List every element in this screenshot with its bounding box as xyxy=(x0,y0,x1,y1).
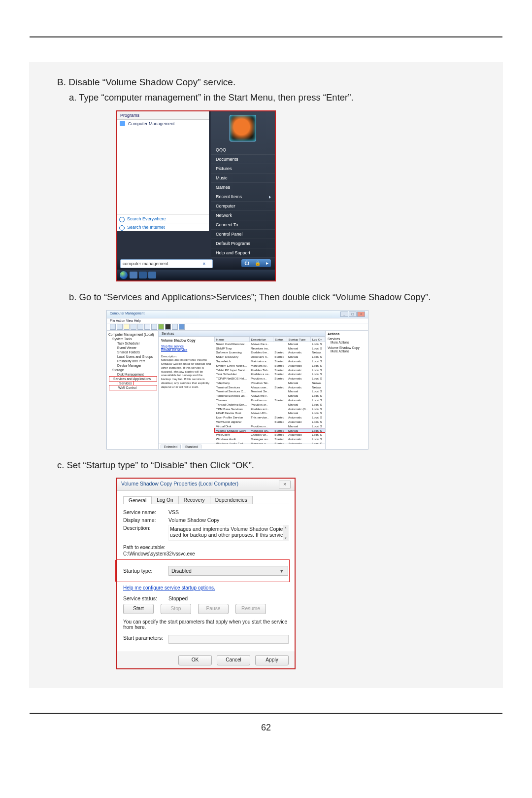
taskbar-icon[interactable] xyxy=(139,272,147,278)
toolbar-stop-icon[interactable] xyxy=(165,324,171,330)
stop-button[interactable]: Stop xyxy=(161,604,191,614)
taskbar-icon[interactable] xyxy=(148,272,156,278)
dialog-tabs[interactable]: General Log On Recovery Dependencies xyxy=(123,496,289,504)
restart-service-link[interactable]: Restart the service xyxy=(161,348,211,351)
scroll-down-icon[interactable]: ▾ xyxy=(285,536,287,540)
service-row[interactable]: Task SchedulerEnables a us..StartedAutom… xyxy=(215,372,325,376)
toolbar-play-icon[interactable] xyxy=(158,324,164,330)
service-row[interactable]: Tablet PC Input ServiceEnables Tab..Star… xyxy=(215,368,325,372)
search-internet[interactable]: Search the Internet xyxy=(117,223,209,231)
start-menu-item[interactable]: Computer xyxy=(211,202,275,211)
tab-extended[interactable]: Extended xyxy=(161,445,181,449)
tree-root[interactable]: Computer Management (Local) xyxy=(108,332,157,337)
service-row[interactable]: System Event Notificati..Monitors sy..St… xyxy=(215,363,325,368)
service-row[interactable]: WebClientEnables Wi..StartedAutomaticLoc… xyxy=(215,432,325,437)
toolbar-icon[interactable] xyxy=(124,324,130,330)
maximize-button[interactable]: ▢ xyxy=(349,312,357,317)
toolbar-icon[interactable] xyxy=(117,324,123,330)
start-menu-item[interactable]: Recent Items xyxy=(211,192,275,202)
description-field[interactable]: Manages and implements Volume Shadow Cop… xyxy=(168,525,289,541)
start-menu-item[interactable]: Help and Support xyxy=(211,248,275,258)
service-row[interactable]: Terminal Services Confi..Terminal Se..Ma… xyxy=(215,389,325,394)
service-row[interactable]: SNMP TrapReceives tra..ManualLocal S xyxy=(215,346,325,350)
start-menu-item[interactable]: Control Panel xyxy=(211,230,275,239)
column-header[interactable]: Status xyxy=(273,337,287,342)
minimize-button[interactable]: _ xyxy=(340,312,348,317)
pause-button[interactable]: Pause xyxy=(198,604,229,614)
dropdown-icon[interactable]: ▾ xyxy=(278,568,285,574)
toolbar-icon[interactable] xyxy=(151,324,157,330)
toolbar[interactable] xyxy=(107,323,368,331)
toolbar-icon[interactable] xyxy=(137,324,143,330)
ok-button[interactable]: OK xyxy=(178,655,212,665)
start-search-input[interactable]: computer management × xyxy=(120,259,213,268)
actions-more[interactable]: More Actions xyxy=(328,349,366,353)
toolbar-restart-icon[interactable] xyxy=(179,324,185,330)
service-row[interactable]: SuperfetchMaintains a..StartedAutomaticL… xyxy=(215,359,325,363)
menu-bar[interactable]: File Action View Help xyxy=(107,318,368,323)
search-everywhere[interactable]: Search Everywhere xyxy=(117,214,209,223)
start-menu-item[interactable]: Network xyxy=(211,211,275,220)
tab-recovery[interactable]: Recovery xyxy=(178,496,210,504)
apply-button[interactable]: Apply xyxy=(255,655,289,665)
actions-vsc[interactable]: Volume Shadow Copy xyxy=(328,346,366,349)
startup-type-select[interactable]: Disabled ▾ xyxy=(168,566,288,576)
start-params-input[interactable] xyxy=(168,635,289,644)
lock-icon[interactable]: 🔒 xyxy=(255,260,261,266)
tree-item[interactable]: Event Viewer xyxy=(108,346,157,350)
dialog-close-button[interactable]: × xyxy=(279,481,291,488)
tree-wmi-control[interactable]: WMI Control xyxy=(109,385,157,390)
start-menu-item[interactable]: Default Programs xyxy=(211,239,275,248)
column-header[interactable]: Startup Type xyxy=(287,337,310,342)
user-avatar[interactable] xyxy=(230,115,256,141)
taskbar-icon[interactable] xyxy=(130,272,137,278)
column-header[interactable]: Log On xyxy=(310,337,325,342)
tab-dependencies[interactable]: Dependencies xyxy=(210,496,253,504)
scrollbar[interactable]: ▴▾ xyxy=(283,525,288,540)
tab-logon[interactable]: Log On xyxy=(151,496,178,504)
toolbar-pause-icon[interactable] xyxy=(172,324,178,330)
service-row[interactable]: Smart Card Removal Po..Allows the s..Man… xyxy=(215,342,325,346)
power-menu-icon[interactable]: ▸ xyxy=(266,260,268,266)
column-header[interactable]: Description xyxy=(249,337,273,342)
stop-service-link[interactable]: Stop the service xyxy=(161,345,211,348)
tab-standard[interactable]: Standard xyxy=(182,445,201,449)
service-row[interactable]: SSDP DiscoveryDiscovers n..StartedManual… xyxy=(215,354,325,359)
service-row[interactable]: UPnP Device HostAllows UPn..ManualLocal … xyxy=(215,411,325,416)
services-table[interactable]: NameDescriptionStatusStartup TypeLog On … xyxy=(214,337,325,444)
tree-services[interactable]: Services xyxy=(118,382,133,385)
service-row[interactable]: Virtual DiskProvides m..ManualLocal S xyxy=(215,424,325,428)
service-row[interactable]: Volume Shadow CopyManages an..StartedMan… xyxy=(215,428,325,433)
tree-system-tools[interactable]: System Tools xyxy=(108,337,157,341)
start-menu-item[interactable]: Music xyxy=(211,173,275,183)
tab-general[interactable]: General xyxy=(123,496,152,504)
service-row[interactable]: TPM Base ServicesEnables acc..Automatic … xyxy=(215,407,325,411)
service-row[interactable]: ViewSonic digitizerStartedAutomaticLocal… xyxy=(215,419,325,424)
service-row[interactable]: ThemesProvides us..StartedAutomaticLocal… xyxy=(215,398,325,402)
tree-item[interactable]: Task Scheduler xyxy=(108,341,157,346)
start-menu-item[interactable]: Games xyxy=(211,183,275,192)
configure-startup-link[interactable]: Help me configure service startup option… xyxy=(123,585,289,590)
actions-more[interactable]: More Actions xyxy=(328,341,366,344)
service-row[interactable]: Terminal ServicesAllows user..StartedAut… xyxy=(215,385,325,389)
toolbar-icon[interactable] xyxy=(131,324,136,330)
resume-button[interactable]: Resume xyxy=(235,604,266,614)
service-row[interactable]: TCP/IP NetBIOS HelperProvides s..Started… xyxy=(215,376,325,381)
tree-item[interactable]: Device Manager xyxy=(108,363,157,368)
tree-item[interactable]: Shared Folders xyxy=(108,350,157,354)
power-buttons[interactable]: ⏻ 🔒 ▸ xyxy=(241,259,271,267)
service-row[interactable]: Windows AuditManages au..StartedAutomati… xyxy=(215,437,325,441)
start-menu-item[interactable]: Pictures xyxy=(211,164,275,173)
program-computer-management[interactable]: Computer Management xyxy=(117,120,209,128)
toolbar-icon[interactable] xyxy=(144,324,150,330)
service-row[interactable]: Terminal Services UserM..Allows the r..M… xyxy=(215,393,325,398)
tree-services-and-applications[interactable]: Services and Applications xyxy=(109,377,157,381)
view-tabs[interactable]: Extended Standard xyxy=(159,444,325,449)
tree-item[interactable]: Disk Management xyxy=(108,372,157,377)
service-row[interactable]: Software LicensingEnables the..StartedAu… xyxy=(215,350,325,355)
service-row[interactable]: Thread Ordering ServerProvides or..Manua… xyxy=(215,402,325,407)
tree-item[interactable]: Local Users and Groups xyxy=(108,354,157,359)
tree-item[interactable]: Reliability and Perf... xyxy=(108,359,157,363)
service-row[interactable]: TelephonyProvides Tel..ManualNetwo.. xyxy=(215,381,325,385)
actions-services[interactable]: Services xyxy=(328,337,366,341)
